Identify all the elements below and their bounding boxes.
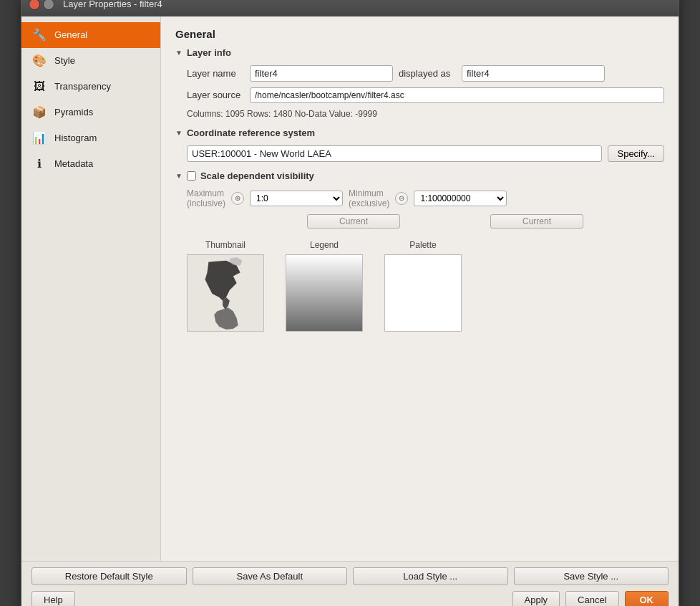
window-title: Layer Properties - filter4	[63, 0, 162, 9]
help-button[interactable]: Help	[31, 591, 75, 607]
layer-name-label: Layer name	[187, 68, 244, 79]
restore-default-button[interactable]: Restore Default Style	[31, 567, 187, 585]
map-thumbnail-svg	[188, 255, 263, 331]
legend-box	[286, 254, 363, 332]
sidebar-item-style[interactable]: 🎨 Style	[21, 48, 160, 74]
maximum-label: Maximum(inclusive)	[187, 188, 225, 208]
minimize-button[interactable]	[43, 0, 54, 10]
max-current-button[interactable]: Current	[307, 214, 400, 229]
specify-button[interactable]: Specify...	[608, 145, 664, 162]
cancel-button[interactable]: Cancel	[565, 591, 618, 607]
minimum-label: Minimum(exclusive)	[349, 188, 389, 208]
action-buttons-row: Help Apply Cancel OK	[31, 591, 669, 607]
titlebar-buttons	[29, 0, 54, 10]
sidebar: 🔧 General 🎨 Style 🖼 Transparency 📦 Pyram…	[21, 16, 161, 561]
layer-info-title: Layer info	[187, 47, 231, 58]
ok-button[interactable]: OK	[625, 591, 669, 607]
min-current-button[interactable]: Current	[490, 214, 583, 229]
sidebar-item-general[interactable]: 🔧 General	[21, 22, 160, 48]
thumbnail-label: Thumbnail	[205, 240, 246, 250]
style-icon: 🎨	[31, 53, 47, 69]
scale-checkbox[interactable]	[187, 171, 196, 181]
layer-source-input[interactable]	[250, 87, 664, 103]
bottom-bar: Restore Default Style Save As Default Lo…	[21, 561, 679, 607]
current-buttons-row: Current Current	[187, 214, 664, 229]
sidebar-item-label: Style	[54, 55, 75, 66]
sidebar-item-pyramids[interactable]: 📦 Pyramids	[21, 100, 160, 125]
histogram-icon: 📊	[31, 130, 47, 146]
collapse-arrow-icon: ▼	[175, 49, 183, 57]
crs-title: Coordinate reference system	[187, 128, 315, 138]
content-area: General ▼ Layer info Layer name displaye…	[161, 16, 679, 561]
save-style-button[interactable]: Save Style ...	[514, 567, 669, 585]
thumbnails-row: Thumbnail	[175, 240, 664, 332]
sidebar-item-label: General	[54, 29, 87, 40]
crs-row: Specify...	[175, 145, 664, 162]
thumbnail-container: Thumbnail	[187, 240, 264, 332]
layer-name-row: Layer name displayed as	[175, 65, 664, 82]
close-button[interactable]	[29, 0, 40, 10]
load-style-button[interactable]: Load Style ...	[353, 567, 508, 585]
sidebar-item-label: Transparency	[54, 81, 111, 92]
collapse-arrow-scale-icon: ▼	[175, 172, 183, 180]
general-icon: 🔧	[31, 27, 47, 43]
crs-input[interactable]	[187, 145, 602, 162]
zoom-plus-icon[interactable]: ⊕	[231, 192, 244, 205]
metadata-icon: ℹ	[31, 156, 47, 172]
max-scale-select[interactable]: 1:0	[250, 191, 343, 206]
thumbnail-box	[187, 254, 264, 332]
layer-info-collapse[interactable]: ▼ Layer info	[175, 47, 664, 58]
sidebar-item-label: Pyramids	[54, 107, 93, 117]
palette-box	[384, 254, 462, 332]
layer-name-input[interactable]	[250, 65, 393, 82]
transparency-icon: 🖼	[31, 79, 47, 95]
sidebar-item-label: Histogram	[54, 133, 97, 143]
right-buttons: Apply Cancel OK	[512, 591, 669, 607]
legend-container: Legend	[286, 240, 363, 332]
sidebar-item-histogram[interactable]: 📊 Histogram	[21, 125, 160, 151]
pyramids-icon: 📦	[31, 105, 47, 120]
layer-source-row: Layer source	[175, 87, 664, 103]
main-window: Layer Properties - filter4 🔧 General 🎨 S…	[21, 0, 679, 606]
zoom-minus-icon[interactable]: ⊖	[395, 192, 408, 205]
displayed-as-label: displayed as	[399, 68, 456, 79]
scale-section: Maximum(inclusive) ⊕ 1:0 Minimum(exclusi…	[175, 188, 664, 229]
titlebar: Layer Properties - filter4	[21, 0, 679, 16]
layer-info-text: Columns: 1095 Rows: 1480 No-Data Value: …	[175, 109, 664, 119]
legend-label: Legend	[310, 240, 339, 250]
layer-source-label: Layer source	[187, 90, 244, 100]
palette-container: Palette	[384, 240, 462, 332]
sidebar-item-metadata[interactable]: ℹ Metadata	[21, 151, 160, 177]
scale-controls-row: Maximum(inclusive) ⊕ 1:0 Minimum(exclusi…	[187, 188, 664, 208]
save-default-button[interactable]: Save As Default	[193, 567, 348, 585]
style-buttons-row: Restore Default Style Save As Default Lo…	[31, 567, 669, 585]
crs-collapse[interactable]: ▼ Coordinate reference system	[175, 128, 664, 138]
apply-button[interactable]: Apply	[512, 591, 560, 607]
scale-title: Scale dependent visibility	[200, 170, 314, 181]
sidebar-item-transparency[interactable]: 🖼 Transparency	[21, 74, 160, 100]
palette-label: Palette	[409, 240, 436, 250]
section-title: General	[175, 28, 664, 40]
min-scale-select[interactable]: 1:100000000	[414, 191, 507, 206]
scale-collapse[interactable]: ▼ Scale dependent visibility	[175, 170, 664, 181]
collapse-arrow-crs-icon: ▼	[175, 129, 183, 137]
sidebar-item-label: Metadata	[54, 158, 93, 169]
displayed-as-input[interactable]	[462, 65, 605, 82]
